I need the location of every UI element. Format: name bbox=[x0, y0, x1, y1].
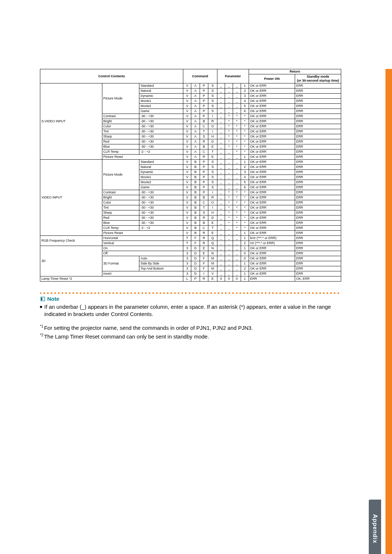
table-cell: C bbox=[200, 149, 208, 155]
table-cell: C bbox=[200, 200, 208, 205]
table-cell: * bbox=[225, 129, 233, 134]
table-cell: R bbox=[208, 119, 217, 124]
table-cell: _ bbox=[233, 170, 241, 175]
table-cell: _ bbox=[233, 94, 241, 99]
table-cell: A bbox=[191, 94, 200, 99]
table-row: Lamp Timer Reset *2LPRE0001ERROK, ERR bbox=[40, 276, 341, 282]
table-cell: ERR bbox=[295, 83, 341, 89]
table-cell: _ bbox=[233, 104, 241, 109]
table-cell: ERR bbox=[295, 109, 341, 114]
table-cell: B bbox=[191, 195, 200, 200]
table-cell: V bbox=[183, 155, 191, 160]
table-cell: V bbox=[183, 180, 191, 185]
table-cell: Blue bbox=[102, 221, 139, 226]
table-cell: _ bbox=[225, 83, 233, 89]
table-cell: OK or ERR bbox=[249, 144, 295, 149]
table-cell: _ bbox=[217, 104, 225, 109]
table-cell: _ bbox=[217, 231, 225, 236]
table-cell: _ bbox=[225, 149, 233, 155]
table-cell: Movie2 bbox=[139, 180, 183, 185]
table-cell: ERR bbox=[295, 180, 341, 185]
table-cell: A bbox=[191, 155, 200, 160]
table-cell: -30 - +30 bbox=[139, 200, 183, 205]
table-cell: OK or ERR bbox=[249, 109, 295, 114]
table-cell: E bbox=[208, 155, 217, 160]
table-cell: M bbox=[208, 261, 217, 266]
table-cell: V bbox=[183, 205, 191, 210]
table-cell: V bbox=[183, 175, 191, 180]
table-cell: S bbox=[208, 160, 217, 165]
table-cell: * bbox=[241, 124, 249, 129]
table-cell: _ bbox=[217, 236, 225, 241]
table-cell: _ bbox=[217, 119, 225, 124]
table-cell: ERR bbox=[295, 195, 341, 200]
table-cell: OK or ERR bbox=[249, 226, 295, 231]
table-cell: kHz (***.* or ERR) bbox=[249, 236, 295, 241]
table-cell: 0 bbox=[241, 256, 249, 261]
table-cell: * bbox=[225, 114, 233, 119]
table-cell: Invert bbox=[102, 271, 183, 276]
table-cell: B bbox=[191, 210, 200, 216]
table-cell: _ bbox=[217, 221, 225, 226]
table-cell: V bbox=[183, 165, 191, 170]
table-cell: S bbox=[208, 109, 217, 114]
table-cell: S bbox=[200, 210, 208, 216]
table-cell: H bbox=[208, 210, 217, 216]
table-cell: _ bbox=[225, 266, 233, 271]
table-cell: ERR bbox=[249, 276, 295, 282]
table-cell: R bbox=[200, 139, 208, 144]
table-cell: _ bbox=[233, 271, 241, 276]
table-cell: V bbox=[183, 119, 191, 124]
note-text: If an underbar (_) appears in the parame… bbox=[44, 303, 341, 318]
table-cell: ERR bbox=[295, 226, 341, 231]
table-cell: OK or ERR bbox=[249, 200, 295, 205]
table-cell: N bbox=[208, 251, 217, 256]
table-cell: _ bbox=[217, 94, 225, 99]
table-cell: * bbox=[241, 216, 249, 221]
table-cell: * bbox=[233, 134, 241, 139]
footnote-1: For setting the projector name, send the… bbox=[44, 325, 253, 331]
table-cell: * bbox=[241, 205, 249, 210]
table-cell: Dynamic bbox=[139, 94, 183, 99]
table-cell: Picture Mode bbox=[102, 83, 139, 114]
table-cell: * bbox=[225, 200, 233, 205]
table-cell: _ bbox=[217, 83, 225, 89]
table-cell: _ bbox=[233, 241, 241, 246]
table-cell: V bbox=[183, 94, 191, 99]
table-cell: _ bbox=[225, 170, 233, 175]
table-cell: F bbox=[191, 236, 200, 241]
table-cell: _ bbox=[233, 99, 241, 104]
table-cell: Hz (***.* or ERR) bbox=[249, 241, 295, 246]
table-cell: T bbox=[183, 241, 191, 246]
table-cell: _ bbox=[225, 271, 233, 276]
table-cell: V bbox=[183, 124, 191, 129]
footnote-1-sup: *1 bbox=[40, 324, 43, 328]
table-cell: 3 bbox=[241, 170, 249, 175]
table-cell: _ bbox=[217, 261, 225, 266]
table-cell: P bbox=[200, 89, 208, 94]
table-cell: _ bbox=[233, 231, 241, 236]
table-cell: I bbox=[208, 190, 217, 195]
table-cell: T bbox=[200, 205, 208, 210]
table-cell: _ bbox=[233, 251, 241, 256]
table-cell: P bbox=[200, 94, 208, 99]
table-cell: OK or ERR bbox=[249, 195, 295, 200]
table-cell: OK or ERR bbox=[249, 256, 295, 261]
table-cell: 6 bbox=[241, 109, 249, 114]
table-cell: Red bbox=[102, 139, 139, 144]
table-cell: -30 - +30 bbox=[139, 205, 183, 210]
table-cell: P bbox=[191, 276, 200, 282]
appendix-sidebar: Appendix bbox=[369, 500, 381, 554]
table-cell: _ bbox=[217, 149, 225, 155]
table-cell: V bbox=[183, 160, 191, 165]
table-cell: _ bbox=[233, 89, 241, 94]
table-cell: P bbox=[200, 104, 208, 109]
table-cell: 3 bbox=[183, 261, 191, 266]
table-cell: Movie1 bbox=[139, 99, 183, 104]
table-cell: ERR bbox=[295, 94, 341, 99]
table-cell: _ bbox=[233, 256, 241, 261]
table-cell: Standard bbox=[139, 83, 183, 89]
table-cell: * bbox=[233, 139, 241, 144]
table-cell: OK, ERR bbox=[295, 276, 341, 282]
command-table-container: Control Contents Command Parameter Retur… bbox=[40, 69, 341, 282]
